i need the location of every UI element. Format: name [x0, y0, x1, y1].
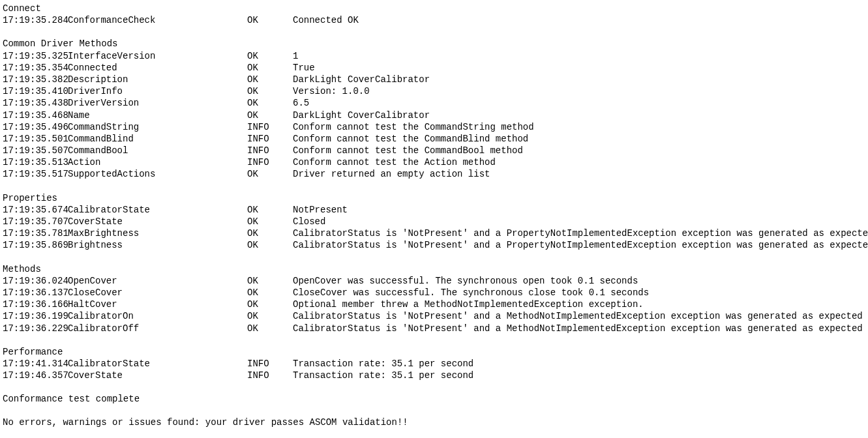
- log-item-name: CalibratorOn: [68, 310, 247, 322]
- log-item-name: Action: [68, 156, 247, 168]
- log-timestamp: 17:19:46.357: [3, 370, 68, 381]
- log-timestamp: 17:19:35.468: [3, 110, 68, 121]
- log-timestamp: 17:19:35.354: [3, 62, 68, 74]
- log-row: 17:19:46.357CoverStateINFOTransaction ra…: [3, 370, 865, 381]
- log-item-name: Description: [68, 74, 247, 85]
- log-message: Transaction rate: 35.1 per second: [293, 370, 473, 381]
- log-status: OK: [247, 239, 293, 251]
- log-item-name: CalibratorOff: [68, 323, 247, 334]
- footer-complete: Conformance test complete: [3, 393, 865, 405]
- log-item-name: Connected: [68, 62, 247, 74]
- log-timestamp: 17:19:35.284: [3, 14, 68, 26]
- log-row: 17:19:36.024OpenCoverOKOpenCover was suc…: [3, 275, 865, 287]
- log-row: 17:19:41.314CalibratorStateINFOTransacti…: [3, 358, 865, 370]
- log-timestamp: 17:19:35.501: [3, 133, 68, 145]
- log-item-name: InterfaceVersion: [68, 50, 247, 62]
- log-message: CloseCover was successful. The synchrono…: [293, 287, 649, 299]
- log-message: OpenCover was successful. The synchronou…: [293, 275, 638, 287]
- log-timestamp: 17:19:35.325: [3, 50, 68, 62]
- log-message: 6.5: [293, 97, 309, 109]
- log-status: INFO: [247, 358, 293, 370]
- log-message: DarkLight CoverCalibrator: [293, 74, 430, 85]
- log-item-name: SupportedActions: [68, 168, 247, 180]
- log-row: 17:19:35.507CommandBoolINFOConform canno…: [3, 145, 865, 156]
- log-timestamp: 17:19:35.869: [3, 239, 68, 251]
- log-item-name: CommandBlind: [68, 133, 247, 145]
- log-item-name: DriverVersion: [68, 97, 247, 109]
- log-message: Closed: [293, 216, 325, 227]
- log-timestamp: 17:19:35.517: [3, 168, 68, 180]
- log-message: Conform cannot test the Action method: [293, 156, 496, 168]
- log-timestamp: 17:19:35.496: [3, 121, 68, 133]
- log-item-name: CloseCover: [68, 287, 247, 299]
- log-row: 17:19:35.382DescriptionOKDarkLight Cover…: [3, 74, 865, 85]
- log-item-name: HaltCover: [68, 299, 247, 310]
- log-status: OK: [247, 204, 293, 216]
- log-timestamp: 17:19:35.410: [3, 85, 68, 97]
- log-row: 17:19:35.501CommandBlindINFOConform cann…: [3, 133, 865, 145]
- log-item-name: ConformanceCheck: [68, 14, 247, 26]
- log-row: 17:19:35.513ActionINFOConform cannot tes…: [3, 156, 865, 168]
- log-message: 1: [293, 50, 298, 62]
- log-row: 17:19:35.284ConformanceCheckOKConnected …: [3, 14, 865, 26]
- log-message: Version: 1.0.0: [293, 85, 370, 97]
- log-row: 17:19:36.199CalibratorOnOKCalibratorStat…: [3, 310, 865, 322]
- log-row: 17:19:35.517SupportedActionsOKDriver ret…: [3, 168, 865, 180]
- log-timestamp: 17:19:36.199: [3, 310, 68, 322]
- log-row: 17:19:35.869BrightnessOKCalibratorStatus…: [3, 239, 865, 251]
- log-row: 17:19:35.438DriverVersionOK6.5: [3, 97, 865, 109]
- log-status: OK: [247, 97, 293, 109]
- log-item-name: CoverState: [68, 370, 247, 381]
- log-timestamp: 17:19:35.507: [3, 145, 68, 156]
- log-row: 17:19:36.166HaltCoverOKOptional member t…: [3, 299, 865, 310]
- section-header: Methods: [3, 263, 865, 275]
- log-status: INFO: [247, 370, 293, 381]
- log-item-name: CalibratorState: [68, 358, 247, 370]
- log-status: OK: [247, 110, 293, 121]
- log-item-name: DriverInfo: [68, 85, 247, 97]
- log-message: CalibratorStatus is 'NotPresent' and a P…: [293, 239, 868, 251]
- log-message: Conform cannot test the CommandBlind met…: [293, 133, 528, 145]
- log-message: NotPresent: [293, 204, 348, 216]
- section-header: Properties: [3, 192, 865, 204]
- log-status: OK: [247, 62, 293, 74]
- log-status: OK: [247, 85, 293, 97]
- log-row: 17:19:35.674CalibratorStateOKNotPresent: [3, 204, 865, 216]
- log-status: OK: [247, 310, 293, 322]
- log-status: OK: [247, 227, 293, 239]
- log-status: OK: [247, 50, 293, 62]
- log-status: INFO: [247, 121, 293, 133]
- log-status: OK: [247, 323, 293, 334]
- footer-validation: No errors, warnings or issues found: you…: [3, 416, 865, 428]
- section-header: Performance: [3, 346, 865, 358]
- section-header: Connect: [3, 3, 865, 14]
- log-timestamp: 17:19:35.707: [3, 216, 68, 227]
- log-message: CalibratorStatus is 'NotPresent' and a M…: [293, 323, 863, 334]
- log-item-name: CommandBool: [68, 145, 247, 156]
- log-timestamp: 17:19:36.137: [3, 287, 68, 299]
- log-item-name: OpenCover: [68, 275, 247, 287]
- log-message: Connected OK: [293, 14, 359, 26]
- log-message: Conform cannot test the CommandBool meth…: [293, 145, 523, 156]
- log-message: Conform cannot test the CommandString me…: [293, 121, 534, 133]
- log-status: OK: [247, 216, 293, 227]
- log-status: INFO: [247, 133, 293, 145]
- log-row: 17:19:36.137CloseCoverOKCloseCover was s…: [3, 287, 865, 299]
- log-timestamp: 17:19:35.513: [3, 156, 68, 168]
- log-timestamp: 17:19:35.438: [3, 97, 68, 109]
- log-item-name: Brightness: [68, 239, 247, 251]
- log-message: True: [293, 62, 315, 74]
- log-row: 17:19:35.325InterfaceVersionOK1: [3, 50, 865, 62]
- log-status: OK: [247, 287, 293, 299]
- log-message: Optional member threw a MethodNotImpleme…: [293, 299, 644, 310]
- log-item-name: CoverState: [68, 216, 247, 227]
- log-item-name: MaxBrightness: [68, 227, 247, 239]
- log-message: CalibratorStatus is 'NotPresent' and a P…: [293, 227, 868, 239]
- section-header: Common Driver Methods: [3, 38, 865, 50]
- log-timestamp: 17:19:35.382: [3, 74, 68, 85]
- log-status: INFO: [247, 156, 293, 168]
- log-row: 17:19:35.410DriverInfoOKVersion: 1.0.0: [3, 85, 865, 97]
- log-row: 17:19:36.229CalibratorOffOKCalibratorSta…: [3, 323, 865, 334]
- log-message: Transaction rate: 35.1 per second: [293, 358, 473, 370]
- log-message: Driver returned an empty action list: [293, 168, 490, 180]
